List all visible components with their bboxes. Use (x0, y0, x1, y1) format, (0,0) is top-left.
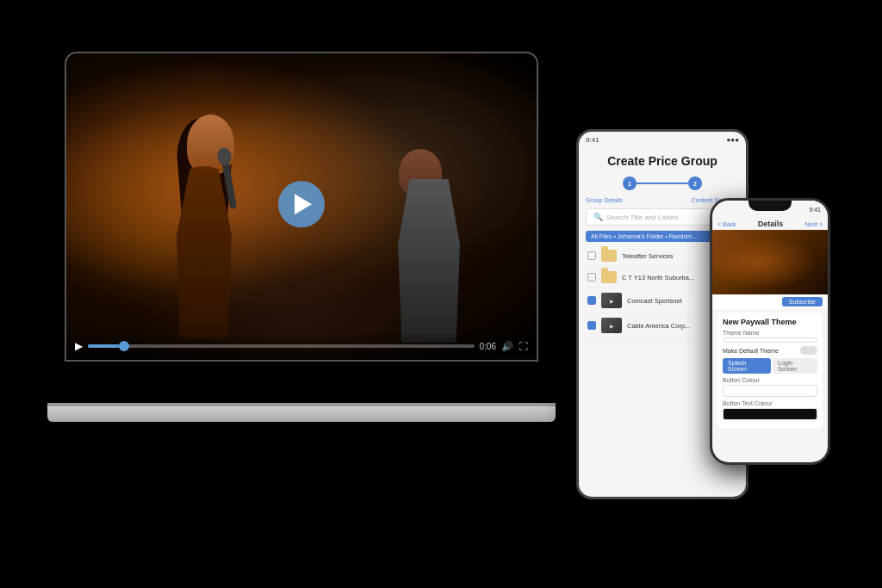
tablet-header: Create Price Group (579, 147, 746, 171)
step-1-dot[interactable]: 1 (623, 176, 637, 190)
progress-bar[interactable] (88, 344, 475, 348)
tablet-signal: ●●● (727, 136, 740, 144)
laptop-base (47, 406, 556, 422)
guitarist-figure (373, 145, 485, 343)
button-text-colour-swatch[interactable] (723, 408, 817, 420)
scene: ▶ 0:06 🔊 ⛶ 9:41 ●●● Create Price Group (0, 0, 882, 588)
phone-time: 9:41 (809, 207, 821, 213)
step-1-label: Group Details (586, 197, 623, 203)
folder-icon-2 (601, 271, 617, 283)
phone-header-title: Details (758, 220, 784, 228)
splash-screen-tab[interactable]: Splash Screen (723, 358, 771, 374)
phone-section-title: New Paywall Theme (723, 318, 817, 326)
button-colour-label: Button Colour (723, 377, 817, 383)
theme-name-input[interactable] (723, 337, 817, 343)
play-button[interactable] (278, 181, 325, 227)
file-thumb-3 (601, 293, 622, 308)
step-2-dot[interactable]: 2 (688, 176, 702, 190)
progress-fill (88, 344, 119, 348)
phone: 9:41 < Back Details Next > Subscribe New… (710, 198, 830, 465)
phone-notch (748, 201, 792, 211)
phone-cta-bar: Subscribe (712, 294, 828, 309)
phone-screen-tabs: Splash Screen Login Screen (723, 358, 817, 374)
progress-thumb (119, 341, 129, 351)
stepper: 1 2 (579, 171, 746, 195)
phone-header-bar: < Back Details Next > (712, 218, 828, 230)
file-checkbox-3[interactable] (587, 296, 596, 305)
phone-image-area (712, 230, 828, 294)
fullscreen-icon[interactable]: ⛶ (519, 341, 528, 351)
search-placeholder: Search Title and Labels... (606, 214, 684, 221)
phone-next-button[interactable]: Next > (805, 221, 823, 227)
button-colour-swatch[interactable] (723, 385, 817, 397)
tablet-time: 9:41 (586, 136, 599, 144)
guitarist-body (390, 179, 468, 343)
file-checkbox-1[interactable] (587, 251, 596, 260)
play-pause-button[interactable]: ▶ (75, 340, 83, 353)
make-default-label: Make Default Theme (723, 348, 779, 354)
laptop-screen-inner: ▶ 0:06 🔊 ⛶ (66, 53, 537, 360)
laptop-screen: ▶ 0:06 🔊 ⛶ (65, 52, 538, 362)
folder-icon-1 (601, 250, 617, 262)
theme-name-label: Theme Name (723, 330, 817, 336)
breadcrumb-text: All Files • Johanna's Folder • Random... (591, 233, 697, 239)
phone-cta-button[interactable]: Subscribe (782, 297, 823, 306)
file-checkbox-4[interactable] (587, 321, 596, 330)
tablet-status-bar: 9:41 ●●● (579, 132, 746, 147)
file-thumb-4 (601, 318, 622, 333)
phone-content: 9:41 < Back Details Next > Subscribe New… (712, 201, 828, 462)
make-default-row: Make Default Theme (723, 346, 817, 355)
volume-icon[interactable]: 🔊 (501, 341, 513, 352)
phone-theme-section: New Paywall Theme Theme Name Make Defaul… (717, 313, 823, 429)
search-icon: 🔍 (593, 213, 603, 221)
phone-back-button[interactable]: < Back (717, 221, 736, 227)
laptop: ▶ 0:06 🔊 ⛶ (47, 52, 556, 422)
phone-image-overlay (712, 230, 828, 294)
button-text-colour-label: Button Text Colour (723, 400, 817, 406)
login-screen-tab[interactable]: Login Screen (773, 358, 817, 374)
time-display: 0:06 (480, 342, 496, 351)
tablet-title: Create Price Group (587, 154, 737, 168)
step-line (637, 183, 688, 184)
video-controls: ▶ 0:06 🔊 ⛶ (66, 332, 537, 360)
singer-figure (152, 106, 290, 338)
make-default-toggle[interactable] (800, 346, 817, 355)
file-checkbox-2[interactable] (587, 273, 596, 282)
